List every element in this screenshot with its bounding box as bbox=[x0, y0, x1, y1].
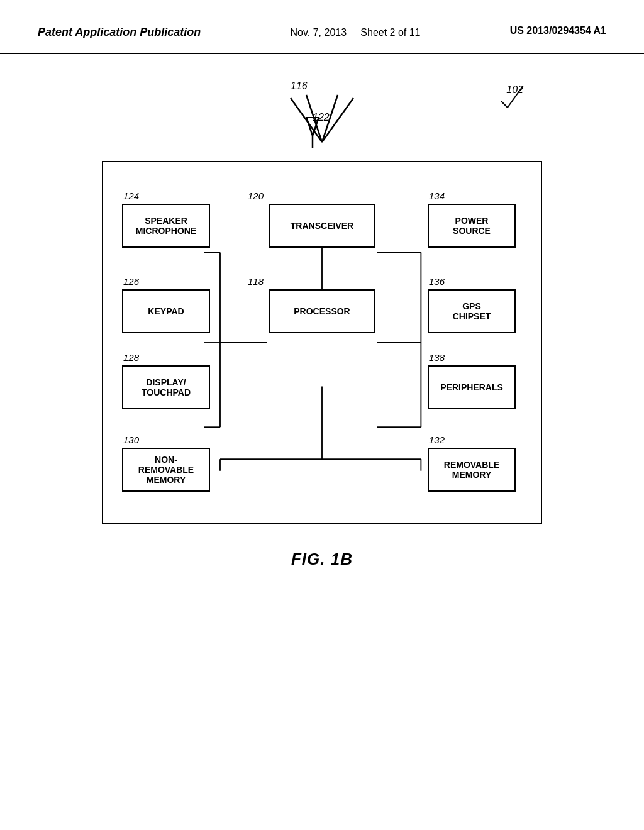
svg-marker-4 bbox=[306, 117, 319, 136]
box-label-non-removable: NON-REMOVABLEMEMORY bbox=[128, 455, 204, 485]
box-transceiver: TRANSCEIVER bbox=[269, 204, 375, 248]
box-non-removable-memory: NON-REMOVABLEMEMORY bbox=[122, 448, 210, 492]
box-label-transceiver: TRANSCEIVER bbox=[291, 221, 353, 231]
box-label-removable: REMOVABLEMEMORY bbox=[444, 460, 499, 480]
ref-label-128: 128 bbox=[123, 352, 216, 363]
box-speaker-microphone: SPEAKERMICROPHONE bbox=[122, 204, 210, 248]
ref-label-126: 126 bbox=[123, 276, 216, 287]
box-label-speaker: SPEAKERMICROPHONE bbox=[136, 216, 196, 236]
box-label-processor: PROCESSOR bbox=[294, 306, 350, 316]
page-header: Patent Application Publication Nov. 7, 2… bbox=[0, 0, 644, 54]
ref-label-134: 134 bbox=[429, 191, 522, 201]
ref-label-120: 120 bbox=[248, 191, 264, 201]
box-label-power: POWERSOURCE bbox=[453, 216, 491, 236]
box-label-peripherals: PERIPHERALS bbox=[440, 382, 503, 392]
box-display-touchpad: DISPLAY/TOUCHPAD bbox=[122, 365, 210, 409]
diagram-area: 116 102 122 bbox=[0, 54, 644, 594]
box-keypad: KEYPAD bbox=[122, 289, 210, 333]
box-gps-chipset: GPSCHIPSET bbox=[428, 289, 516, 333]
box-peripherals: PERIPHERALS bbox=[428, 365, 516, 409]
ref-label-136: 136 bbox=[429, 276, 522, 287]
header-center: Nov. 7, 2013 Sheet 2 of 11 bbox=[291, 25, 421, 40]
box-label-display: DISPLAY/TOUCHPAD bbox=[142, 377, 191, 397]
ref-label-124: 124 bbox=[123, 191, 216, 201]
sheet-label: Sheet 2 of 11 bbox=[360, 27, 420, 38]
publication-label: Patent Application Publication bbox=[38, 25, 201, 40]
box-processor: PROCESSOR bbox=[269, 289, 375, 333]
ref-label-138: 138 bbox=[429, 352, 522, 363]
system-box: 124 SPEAKERMICROPHONE 120 TRANSCEIVER 13… bbox=[102, 161, 542, 524]
arrow-down-svg bbox=[297, 117, 328, 148]
svg-line-7 bbox=[501, 101, 508, 108]
date-label: Nov. 7, 2013 bbox=[291, 27, 347, 38]
ref-label-118: 118 bbox=[248, 276, 264, 287]
box-label-keypad: KEYPAD bbox=[148, 306, 184, 316]
box-power-source: POWERSOURCE bbox=[428, 204, 516, 248]
antenna-area: 116 102 122 bbox=[102, 79, 542, 161]
box-label-gps: GPSCHIPSET bbox=[453, 301, 491, 321]
ref-label-130: 130 bbox=[123, 434, 216, 445]
box-removable-memory: REMOVABLEMEMORY bbox=[428, 448, 516, 492]
figure-label: FIG. 1B bbox=[291, 550, 353, 569]
page: Patent Application Publication Nov. 7, 2… bbox=[0, 0, 644, 830]
bracket-102-svg bbox=[498, 82, 530, 114]
ref-label-132: 132 bbox=[429, 434, 522, 445]
patent-number: US 2013/0294354 A1 bbox=[510, 25, 606, 36]
svg-line-6 bbox=[508, 86, 523, 108]
